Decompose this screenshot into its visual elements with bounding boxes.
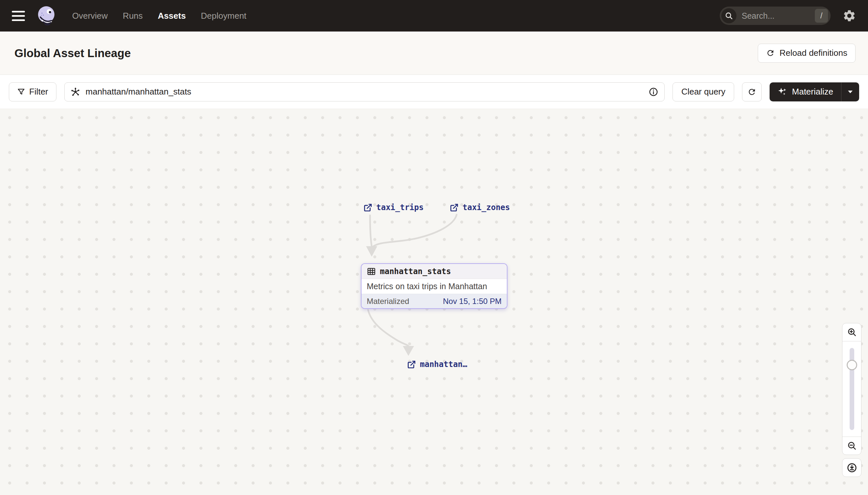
asset-status-row: Materialized Nov 15, 1:50 PM: [361, 294, 507, 308]
reload-icon: [766, 49, 775, 57]
search-input[interactable]: [741, 11, 810, 21]
asset-label: manhattan_stats: [380, 267, 451, 276]
nav-link-deployment[interactable]: Deployment: [201, 11, 246, 21]
materialize-split-button: Materialize: [769, 82, 859, 101]
nav-link-assets[interactable]: Assets: [158, 11, 186, 21]
nav-link-overview[interactable]: Overview: [72, 11, 108, 21]
asset-node-taxi-trips[interactable]: taxi_trips: [364, 203, 424, 212]
gear-icon: [843, 9, 856, 23]
funnel-icon: [17, 88, 25, 96]
materialize-button[interactable]: Materialize: [769, 82, 841, 101]
reload-definitions-button[interactable]: Reload definitions: [758, 44, 855, 63]
page-header: Global Asset Lineage Reload definitions: [0, 32, 868, 75]
refresh-icon: [747, 87, 757, 97]
asset-card-header: manhattan_stats: [361, 264, 507, 279]
asset-query-box[interactable]: [64, 82, 665, 101]
download-icon: [847, 462, 857, 473]
sparkle-icon: [777, 87, 787, 97]
zoom-slider-handle[interactable]: [847, 360, 857, 370]
materialize-label: Materialize: [792, 87, 833, 97]
top-nav: Overview Runs Assets Deployment /: [0, 0, 868, 32]
external-link-icon: [364, 203, 372, 212]
asset-description: Metrics on taxi trips in Manhattan: [361, 279, 507, 294]
asset-node-taxi-zones[interactable]: taxi_zones: [450, 203, 510, 212]
lineage-canvas[interactable]: taxi_trips taxi_zones manhattan_stats Me…: [0, 109, 868, 495]
settings-button[interactable]: [843, 9, 856, 23]
download-image-button[interactable]: [842, 458, 862, 477]
external-link-icon: [450, 203, 459, 212]
dagster-logo-icon[interactable]: [36, 5, 57, 26]
reload-definitions-label: Reload definitions: [779, 48, 847, 58]
zoom-in-button[interactable]: [843, 323, 861, 341]
asset-node-manhattan-truncated[interactable]: manhattan…: [407, 360, 467, 369]
nav-links: Overview Runs Assets Deployment: [72, 11, 246, 21]
zoom-controls: [842, 323, 862, 477]
status-timestamp[interactable]: Nov 15, 1:50 PM: [443, 297, 501, 306]
filter-button[interactable]: Filter: [9, 82, 56, 101]
asset-label: manhattan…: [420, 360, 467, 369]
zoom-slider[interactable]: [843, 341, 861, 437]
search-shortcut-badge: /: [815, 9, 828, 23]
external-link-icon: [407, 360, 416, 369]
asset-node-manhattan-stats[interactable]: manhattan_stats Metrics on taxi trips in…: [361, 263, 508, 309]
menu-icon[interactable]: [12, 11, 25, 21]
clear-query-button[interactable]: Clear query: [672, 82, 734, 101]
zoom-out-button[interactable]: [843, 437, 861, 455]
status-label: Materialized: [367, 297, 409, 306]
arrowhead-icon: [366, 246, 377, 257]
arrowhead-icon: [403, 346, 414, 356]
refresh-graph-button[interactable]: [742, 82, 762, 101]
graph-query-icon: [71, 87, 81, 97]
zoom-stack: [842, 323, 862, 455]
asset-label: taxi_zones: [463, 203, 510, 212]
global-search[interactable]: /: [720, 6, 831, 25]
zoom-in-icon: [847, 327, 857, 337]
query-info-icon[interactable]: [649, 87, 658, 97]
page-title: Global Asset Lineage: [14, 47, 131, 60]
table-icon: [367, 267, 376, 276]
search-icon: [721, 8, 737, 23]
materialize-dropdown-button[interactable]: [842, 82, 859, 101]
zoom-out-icon: [847, 441, 857, 451]
clear-query-label: Clear query: [681, 87, 725, 97]
chevron-down-icon: [847, 90, 853, 94]
asset-label: taxi_trips: [376, 203, 424, 212]
filter-label: Filter: [29, 87, 48, 97]
lineage-toolbar: Filter Clear query: [0, 75, 868, 109]
nav-link-runs[interactable]: Runs: [123, 11, 143, 21]
asset-query-input[interactable]: [85, 86, 644, 97]
